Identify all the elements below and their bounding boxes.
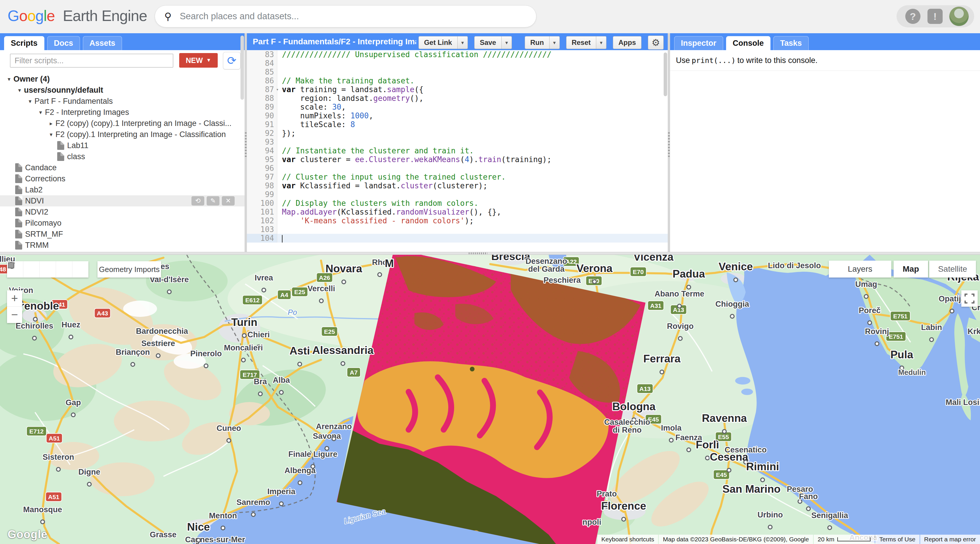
zoom-out-button[interactable]: − [7, 307, 22, 323]
search-input[interactable] [179, 11, 516, 22]
code-line-96[interactable]: 96 [247, 164, 668, 173]
edit-icon[interactable]: ✎ [207, 196, 220, 206]
tab-tasks[interactable]: Tasks [773, 36, 809, 50]
point-marker-icon[interactable] [23, 261, 40, 278]
code-line-93[interactable]: 93 [247, 138, 668, 146]
code-line-86[interactable]: 86// Make the training dataset. [247, 76, 668, 85]
tree-item-f2-copy-1-interpreting-an-image-classifi[interactable]: ▾F2 (copy).1 Interpreting an Image - Cla… [0, 129, 245, 140]
tree-scrollbar[interactable] [240, 36, 244, 100]
help-icon[interactable]: ? [905, 9, 921, 24]
code-line-89[interactable]: 89 scale: 30, [247, 103, 668, 111]
refresh-icon[interactable]: ⟳ [223, 52, 240, 70]
svg-text:Peschiera: Peschiera [543, 276, 581, 284]
tree-item-lab11[interactable]: Lab11 [0, 140, 245, 151]
code-area[interactable]: 83/////////////// Unsupervised classific… [247, 50, 668, 252]
filter-scripts-input[interactable] [10, 54, 173, 68]
code-line-103[interactable]: 103 [247, 225, 668, 234]
feedback-icon[interactable]: ! [928, 9, 943, 24]
tree-item-candace[interactable]: Candace [0, 162, 245, 173]
reset-dropdown[interactable]: ▼ [596, 36, 606, 49]
chevron-right-icon[interactable]: ▸ [47, 120, 56, 127]
terms-of-use-link[interactable]: Terms of Use [875, 534, 920, 544]
chevron-down-icon[interactable]: ▾ [26, 98, 35, 105]
map-zoom-control: + − [7, 290, 22, 323]
rectangle-icon[interactable] [72, 261, 88, 278]
chevron-down-icon[interactable]: ▾ [36, 109, 45, 116]
get-link-button[interactable]: Get Link [418, 36, 458, 49]
panel-divider-right[interactable] [668, 33, 670, 252]
map-canvas[interactable]: 48A41A43A51A51E712E612A4E25A26E25E717A7A… [0, 255, 980, 544]
code-line-92[interactable]: 92}); [247, 129, 668, 138]
polygon-icon[interactable] [56, 261, 72, 278]
tree-item-corrections[interactable]: Corrections [0, 173, 245, 184]
search-bar[interactable]: ⚲ [155, 5, 536, 27]
city-dot [761, 478, 765, 482]
code-line-102[interactable]: 102 'K-means classified - random colors'… [247, 216, 668, 225]
tree-item-owner-4-[interactable]: ▾Owner (4) [0, 73, 245, 84]
geometry-imports-button[interactable]: Geometry Imports [97, 261, 161, 278]
chevron-down-icon[interactable]: ▾ [15, 87, 24, 94]
satellite-button[interactable]: Satellite [929, 261, 976, 278]
tree-item-ndvi[interactable]: NDVI⟲✎✕ [0, 195, 245, 206]
tree-item-users-sounny-default[interactable]: ▾users/sounny/default [0, 84, 245, 96]
history-icon[interactable]: ⟲ [191, 196, 204, 206]
code-line-83[interactable]: 83/////////////// Unsupervised classific… [247, 50, 668, 59]
code-line-98[interactable]: 98var Kclassified = landsat.cluster(clus… [247, 181, 668, 190]
tree-item-pilcomayo[interactable]: Pilcomayo [0, 217, 245, 228]
tree-item-class[interactable]: class [0, 151, 245, 162]
code-line-94[interactable]: 94// Instantiate the clusterer and train… [247, 146, 668, 155]
code-line-104[interactable]: 104 [247, 234, 668, 243]
panel-divider-left[interactable] [245, 33, 247, 252]
layers-button[interactable]: Layers [829, 261, 891, 278]
tree-item-part-f-fundamentals[interactable]: ▾Part F - Fundamentals [0, 96, 245, 107]
svg-text:Prato: Prato [597, 490, 617, 498]
new-script-button[interactable]: NEW▼ [179, 53, 218, 68]
tree-item-lab2[interactable]: Lab2 [0, 184, 245, 195]
fullscreen-icon[interactable] [961, 290, 978, 307]
code-line-85[interactable]: 85 [247, 68, 668, 76]
run-button[interactable]: Run [525, 36, 549, 49]
keyboard-shortcuts-link[interactable]: Keyboard shortcuts [597, 534, 659, 544]
map-divider[interactable] [0, 252, 980, 255]
code-line-100[interactable]: 100// Display the clusters with random c… [247, 199, 668, 208]
code-line-87[interactable]: 87▾var training = landsat.sample({ [247, 85, 668, 94]
tab-inspector[interactable]: Inspector [674, 36, 723, 50]
code-scrollbar[interactable] [663, 52, 667, 96]
tree-item-f2-copy-copy-1-interpreting-an-image-cla[interactable]: ▸F2 (copy) (copy).1 Interpreting an Imag… [0, 118, 245, 129]
code-line-90[interactable]: 90 numPixels: 1000, [247, 111, 668, 120]
code-line-91[interactable]: 91 tileScale: 8 [247, 120, 668, 129]
settings-gear-icon[interactable]: ⚙ [648, 36, 663, 49]
apps-button[interactable]: Apps [613, 36, 641, 49]
tree-item-ndvi2[interactable]: NDVI2 [0, 206, 245, 217]
report-map-error-link[interactable]: Report a map error [920, 534, 980, 544]
code-line-88[interactable]: 88 region: landsat.geometry(), [247, 94, 668, 103]
tab-console[interactable]: Console [726, 36, 771, 50]
drag-handle-icon[interactable] [469, 252, 487, 254]
road-shield-E25: E25 [292, 287, 308, 297]
tree-item-trmm[interactable]: TRMM [0, 239, 245, 251]
code-line-101[interactable]: 101Map.addLayer(Kclassified.randomVisual… [247, 208, 668, 216]
tab-scripts[interactable]: Scripts [4, 36, 45, 50]
tab-docs[interactable]: Docs [47, 36, 80, 50]
search-icon: ⚲ [164, 11, 172, 22]
chevron-down-icon[interactable]: ▾ [5, 76, 13, 82]
code-line-95[interactable]: 95var clusterer = ee.Clusterer.wekaKMean… [247, 155, 668, 164]
chevron-down-icon[interactable]: ▾ [47, 131, 56, 138]
map-area[interactable]: 48A41A43A51A51E712E612A4E25A26E25E717A7A… [0, 255, 980, 544]
delete-icon[interactable]: ✕ [222, 196, 235, 206]
code-line-97[interactable]: 97// Cluster the input using the trained… [247, 173, 668, 181]
run-dropdown[interactable]: ▼ [549, 36, 560, 49]
save-button[interactable]: Save [474, 36, 502, 49]
tree-item-f2-interpreting-images[interactable]: ▾F2 - Interpreting Images [0, 107, 245, 118]
reset-button[interactable]: Reset [566, 36, 596, 49]
tree-item-srtm-mf[interactable]: SRTM_MF [0, 228, 245, 239]
save-dropdown[interactable]: ▼ [502, 36, 512, 49]
code-line-84[interactable]: 84 [247, 59, 668, 68]
map-type-button[interactable]: Map [894, 261, 928, 278]
line-icon[interactable] [40, 261, 56, 278]
get-link-dropdown[interactable]: ▼ [458, 36, 468, 49]
code-line-99[interactable]: 99 [247, 190, 668, 199]
tab-assets[interactable]: Assets [83, 36, 122, 50]
zoom-in-button[interactable]: + [7, 290, 22, 307]
avatar[interactable] [949, 6, 969, 26]
